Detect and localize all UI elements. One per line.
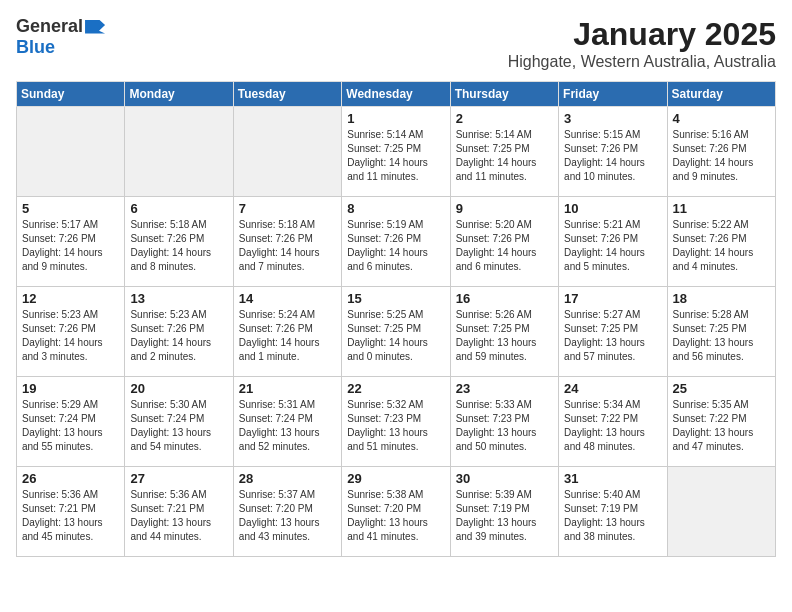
day-number: 4 [673, 111, 770, 126]
day-number: 23 [456, 381, 553, 396]
day-number: 15 [347, 291, 444, 306]
day-number: 19 [22, 381, 119, 396]
day-number: 7 [239, 201, 336, 216]
day-content: Sunrise: 5:40 AM Sunset: 7:19 PM Dayligh… [564, 488, 661, 544]
day-content: Sunrise: 5:22 AM Sunset: 7:26 PM Dayligh… [673, 218, 770, 274]
calendar-cell: 12Sunrise: 5:23 AM Sunset: 7:26 PM Dayli… [17, 287, 125, 377]
day-content: Sunrise: 5:37 AM Sunset: 7:20 PM Dayligh… [239, 488, 336, 544]
calendar-cell: 1Sunrise: 5:14 AM Sunset: 7:25 PM Daylig… [342, 107, 450, 197]
day-number: 3 [564, 111, 661, 126]
day-content: Sunrise: 5:18 AM Sunset: 7:26 PM Dayligh… [239, 218, 336, 274]
calendar-cell: 5Sunrise: 5:17 AM Sunset: 7:26 PM Daylig… [17, 197, 125, 287]
day-content: Sunrise: 5:39 AM Sunset: 7:19 PM Dayligh… [456, 488, 553, 544]
day-content: Sunrise: 5:14 AM Sunset: 7:25 PM Dayligh… [456, 128, 553, 184]
weekday-header-monday: Monday [125, 82, 233, 107]
day-number: 31 [564, 471, 661, 486]
calendar-cell: 29Sunrise: 5:38 AM Sunset: 7:20 PM Dayli… [342, 467, 450, 557]
header: General Blue January 2025 Highgate, West… [16, 16, 776, 71]
logo-blue-text: Blue [16, 37, 55, 58]
calendar-cell: 22Sunrise: 5:32 AM Sunset: 7:23 PM Dayli… [342, 377, 450, 467]
day-number: 6 [130, 201, 227, 216]
weekday-header-tuesday: Tuesday [233, 82, 341, 107]
day-number: 5 [22, 201, 119, 216]
day-content: Sunrise: 5:14 AM Sunset: 7:25 PM Dayligh… [347, 128, 444, 184]
calendar-cell: 10Sunrise: 5:21 AM Sunset: 7:26 PM Dayli… [559, 197, 667, 287]
day-number: 9 [456, 201, 553, 216]
calendar-cell: 14Sunrise: 5:24 AM Sunset: 7:26 PM Dayli… [233, 287, 341, 377]
logo-flag-icon [85, 20, 105, 34]
calendar-cell [233, 107, 341, 197]
day-number: 25 [673, 381, 770, 396]
calendar-cell: 19Sunrise: 5:29 AM Sunset: 7:24 PM Dayli… [17, 377, 125, 467]
day-content: Sunrise: 5:33 AM Sunset: 7:23 PM Dayligh… [456, 398, 553, 454]
day-number: 18 [673, 291, 770, 306]
calendar-cell: 26Sunrise: 5:36 AM Sunset: 7:21 PM Dayli… [17, 467, 125, 557]
weekday-header-saturday: Saturday [667, 82, 775, 107]
calendar-cell: 16Sunrise: 5:26 AM Sunset: 7:25 PM Dayli… [450, 287, 558, 377]
day-content: Sunrise: 5:24 AM Sunset: 7:26 PM Dayligh… [239, 308, 336, 364]
title-area: January 2025 Highgate, Western Australia… [508, 16, 776, 71]
day-number: 14 [239, 291, 336, 306]
day-content: Sunrise: 5:28 AM Sunset: 7:25 PM Dayligh… [673, 308, 770, 364]
weekday-header-wednesday: Wednesday [342, 82, 450, 107]
day-content: Sunrise: 5:23 AM Sunset: 7:26 PM Dayligh… [22, 308, 119, 364]
day-number: 26 [22, 471, 119, 486]
calendar-cell: 24Sunrise: 5:34 AM Sunset: 7:22 PM Dayli… [559, 377, 667, 467]
day-content: Sunrise: 5:38 AM Sunset: 7:20 PM Dayligh… [347, 488, 444, 544]
day-content: Sunrise: 5:23 AM Sunset: 7:26 PM Dayligh… [130, 308, 227, 364]
day-number: 13 [130, 291, 227, 306]
calendar-week-row: 12Sunrise: 5:23 AM Sunset: 7:26 PM Dayli… [17, 287, 776, 377]
day-number: 12 [22, 291, 119, 306]
day-content: Sunrise: 5:36 AM Sunset: 7:21 PM Dayligh… [22, 488, 119, 544]
calendar-cell [125, 107, 233, 197]
calendar-cell: 31Sunrise: 5:40 AM Sunset: 7:19 PM Dayli… [559, 467, 667, 557]
day-number: 16 [456, 291, 553, 306]
calendar-cell: 6Sunrise: 5:18 AM Sunset: 7:26 PM Daylig… [125, 197, 233, 287]
calendar-cell: 18Sunrise: 5:28 AM Sunset: 7:25 PM Dayli… [667, 287, 775, 377]
day-content: Sunrise: 5:30 AM Sunset: 7:24 PM Dayligh… [130, 398, 227, 454]
calendar-week-row: 26Sunrise: 5:36 AM Sunset: 7:21 PM Dayli… [17, 467, 776, 557]
day-number: 20 [130, 381, 227, 396]
calendar-cell: 27Sunrise: 5:36 AM Sunset: 7:21 PM Dayli… [125, 467, 233, 557]
calendar-cell: 17Sunrise: 5:27 AM Sunset: 7:25 PM Dayli… [559, 287, 667, 377]
day-number: 2 [456, 111, 553, 126]
day-number: 27 [130, 471, 227, 486]
day-content: Sunrise: 5:34 AM Sunset: 7:22 PM Dayligh… [564, 398, 661, 454]
day-number: 10 [564, 201, 661, 216]
day-number: 8 [347, 201, 444, 216]
day-content: Sunrise: 5:29 AM Sunset: 7:24 PM Dayligh… [22, 398, 119, 454]
calendar-cell: 20Sunrise: 5:30 AM Sunset: 7:24 PM Dayli… [125, 377, 233, 467]
logo: General Blue [16, 16, 105, 58]
calendar-cell: 3Sunrise: 5:15 AM Sunset: 7:26 PM Daylig… [559, 107, 667, 197]
calendar-cell: 8Sunrise: 5:19 AM Sunset: 7:26 PM Daylig… [342, 197, 450, 287]
calendar-cell: 25Sunrise: 5:35 AM Sunset: 7:22 PM Dayli… [667, 377, 775, 467]
month-title: January 2025 [508, 16, 776, 53]
calendar-cell: 11Sunrise: 5:22 AM Sunset: 7:26 PM Dayli… [667, 197, 775, 287]
day-content: Sunrise: 5:25 AM Sunset: 7:25 PM Dayligh… [347, 308, 444, 364]
day-number: 22 [347, 381, 444, 396]
calendar-week-row: 5Sunrise: 5:17 AM Sunset: 7:26 PM Daylig… [17, 197, 776, 287]
day-content: Sunrise: 5:32 AM Sunset: 7:23 PM Dayligh… [347, 398, 444, 454]
location-title: Highgate, Western Australia, Australia [508, 53, 776, 71]
calendar-cell: 21Sunrise: 5:31 AM Sunset: 7:24 PM Dayli… [233, 377, 341, 467]
weekday-header-friday: Friday [559, 82, 667, 107]
calendar-cell: 15Sunrise: 5:25 AM Sunset: 7:25 PM Dayli… [342, 287, 450, 377]
calendar-cell [17, 107, 125, 197]
calendar-cell: 7Sunrise: 5:18 AM Sunset: 7:26 PM Daylig… [233, 197, 341, 287]
day-number: 11 [673, 201, 770, 216]
calendar-cell: 23Sunrise: 5:33 AM Sunset: 7:23 PM Dayli… [450, 377, 558, 467]
calendar-cell: 30Sunrise: 5:39 AM Sunset: 7:19 PM Dayli… [450, 467, 558, 557]
day-content: Sunrise: 5:35 AM Sunset: 7:22 PM Dayligh… [673, 398, 770, 454]
day-content: Sunrise: 5:21 AM Sunset: 7:26 PM Dayligh… [564, 218, 661, 274]
day-content: Sunrise: 5:15 AM Sunset: 7:26 PM Dayligh… [564, 128, 661, 184]
logo-general-text: General [16, 16, 83, 37]
day-content: Sunrise: 5:19 AM Sunset: 7:26 PM Dayligh… [347, 218, 444, 274]
weekday-header-thursday: Thursday [450, 82, 558, 107]
day-content: Sunrise: 5:31 AM Sunset: 7:24 PM Dayligh… [239, 398, 336, 454]
calendar-cell: 9Sunrise: 5:20 AM Sunset: 7:26 PM Daylig… [450, 197, 558, 287]
calendar-week-row: 19Sunrise: 5:29 AM Sunset: 7:24 PM Dayli… [17, 377, 776, 467]
day-number: 1 [347, 111, 444, 126]
calendar-cell: 13Sunrise: 5:23 AM Sunset: 7:26 PM Dayli… [125, 287, 233, 377]
day-content: Sunrise: 5:16 AM Sunset: 7:26 PM Dayligh… [673, 128, 770, 184]
day-content: Sunrise: 5:20 AM Sunset: 7:26 PM Dayligh… [456, 218, 553, 274]
